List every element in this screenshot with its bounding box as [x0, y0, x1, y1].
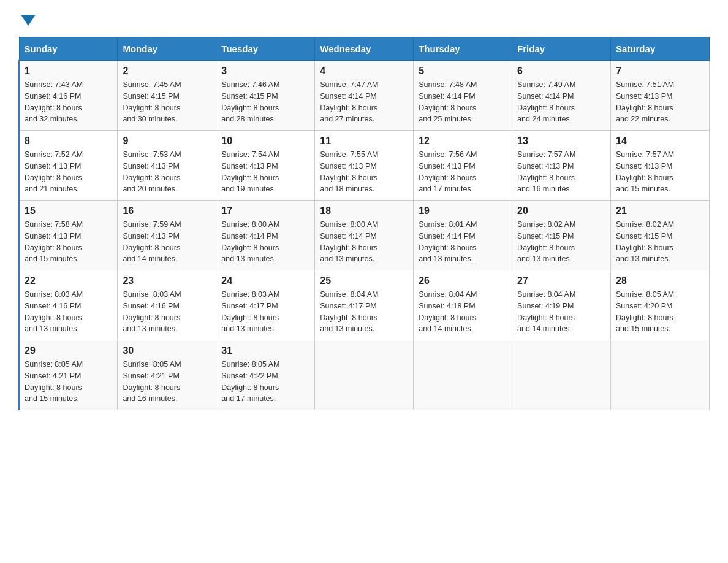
col-header-thursday: Thursday: [414, 37, 512, 61]
day-number: 30: [123, 345, 211, 356]
day-number: 20: [517, 205, 605, 216]
col-header-sunday: Sunday: [19, 37, 118, 61]
day-number: 11: [320, 136, 408, 147]
col-header-friday: Friday: [512, 37, 611, 61]
day-info: Sunrise: 7:52 AMSunset: 4:13 PMDaylight:…: [25, 150, 83, 193]
day-info: Sunrise: 8:01 AMSunset: 4:14 PMDaylight:…: [419, 220, 477, 263]
day-number: 13: [517, 136, 605, 147]
day-number: 2: [123, 66, 211, 77]
calendar-cell: 9 Sunrise: 7:53 AMSunset: 4:13 PMDayligh…: [118, 131, 216, 201]
day-info: Sunrise: 8:02 AMSunset: 4:15 PMDaylight:…: [517, 220, 575, 263]
calendar-cell: 30 Sunrise: 8:05 AMSunset: 4:21 PMDaylig…: [118, 340, 216, 410]
calendar-cell: 25 Sunrise: 8:04 AMSunset: 4:17 PMDaylig…: [315, 270, 414, 340]
day-info: Sunrise: 8:00 AMSunset: 4:14 PMDaylight:…: [320, 220, 378, 263]
calendar-week-row: 15 Sunrise: 7:58 AMSunset: 4:13 PMDaylig…: [19, 201, 710, 270]
calendar-cell: [512, 340, 611, 410]
calendar-week-row: 22 Sunrise: 8:03 AMSunset: 4:16 PMDaylig…: [19, 270, 710, 340]
page-header: [18, 12, 710, 25]
day-info: Sunrise: 8:03 AMSunset: 4:17 PMDaylight:…: [221, 290, 279, 333]
day-info: Sunrise: 8:04 AMSunset: 4:19 PMDaylight:…: [517, 290, 575, 333]
day-number: 12: [419, 136, 507, 147]
day-info: Sunrise: 7:53 AMSunset: 4:13 PMDaylight:…: [123, 150, 181, 193]
day-info: Sunrise: 8:05 AMSunset: 4:21 PMDaylight:…: [123, 360, 181, 403]
day-number: 22: [25, 275, 112, 286]
calendar-cell: [315, 340, 414, 410]
day-info: Sunrise: 7:46 AMSunset: 4:15 PMDaylight:…: [221, 80, 279, 123]
calendar-cell: 6 Sunrise: 7:49 AMSunset: 4:14 PMDayligh…: [512, 61, 611, 131]
day-info: Sunrise: 8:00 AMSunset: 4:14 PMDaylight:…: [221, 220, 279, 263]
day-number: 29: [25, 345, 112, 356]
day-info: Sunrise: 7:48 AMSunset: 4:14 PMDaylight:…: [419, 80, 477, 123]
calendar-cell: 19 Sunrise: 8:01 AMSunset: 4:14 PMDaylig…: [414, 201, 512, 270]
day-number: 14: [616, 136, 704, 147]
day-number: 4: [320, 66, 408, 77]
day-info: Sunrise: 7:55 AMSunset: 4:13 PMDaylight:…: [320, 150, 378, 193]
calendar-cell: 27 Sunrise: 8:04 AMSunset: 4:19 PMDaylig…: [512, 270, 611, 340]
day-number: 26: [419, 275, 507, 286]
calendar-cell: 28 Sunrise: 8:05 AMSunset: 4:20 PMDaylig…: [611, 270, 710, 340]
day-number: 21: [616, 205, 704, 216]
calendar-cell: 3 Sunrise: 7:46 AMSunset: 4:15 PMDayligh…: [216, 61, 315, 131]
day-number: 5: [419, 66, 507, 77]
calendar-cell: 29 Sunrise: 8:05 AMSunset: 4:21 PMDaylig…: [19, 340, 118, 410]
day-info: Sunrise: 8:05 AMSunset: 4:20 PMDaylight:…: [616, 290, 674, 333]
col-header-saturday: Saturday: [611, 37, 710, 61]
day-info: Sunrise: 8:04 AMSunset: 4:18 PMDaylight:…: [419, 290, 477, 333]
day-number: 28: [616, 275, 704, 286]
logo-triangle-icon: [21, 15, 36, 26]
day-number: 9: [123, 136, 211, 147]
day-info: Sunrise: 8:05 AMSunset: 4:22 PMDaylight:…: [221, 360, 279, 403]
calendar-cell: 4 Sunrise: 7:47 AMSunset: 4:14 PMDayligh…: [315, 61, 414, 131]
day-info: Sunrise: 7:43 AMSunset: 4:16 PMDaylight:…: [25, 80, 83, 123]
calendar-cell: 18 Sunrise: 8:00 AMSunset: 4:14 PMDaylig…: [315, 201, 414, 270]
day-info: Sunrise: 8:03 AMSunset: 4:16 PMDaylight:…: [25, 290, 83, 333]
day-number: 24: [221, 275, 309, 286]
calendar-week-row: 1 Sunrise: 7:43 AMSunset: 4:16 PMDayligh…: [19, 61, 710, 131]
day-number: 1: [25, 66, 112, 77]
calendar-cell: 23 Sunrise: 8:03 AMSunset: 4:16 PMDaylig…: [118, 270, 216, 340]
day-number: 27: [517, 275, 605, 286]
day-info: Sunrise: 7:45 AMSunset: 4:15 PMDaylight:…: [123, 80, 181, 123]
col-header-tuesday: Tuesday: [216, 37, 315, 61]
day-info: Sunrise: 8:04 AMSunset: 4:17 PMDaylight:…: [320, 290, 378, 333]
day-info: Sunrise: 7:59 AMSunset: 4:13 PMDaylight:…: [123, 220, 181, 263]
day-info: Sunrise: 7:57 AMSunset: 4:13 PMDaylight:…: [517, 150, 575, 193]
day-info: Sunrise: 7:54 AMSunset: 4:13 PMDaylight:…: [221, 150, 279, 193]
calendar-cell: 26 Sunrise: 8:04 AMSunset: 4:18 PMDaylig…: [414, 270, 512, 340]
day-info: Sunrise: 7:58 AMSunset: 4:13 PMDaylight:…: [25, 220, 83, 263]
calendar-cell: [611, 340, 710, 410]
day-number: 17: [221, 205, 309, 216]
day-number: 25: [320, 275, 408, 286]
calendar-cell: 12 Sunrise: 7:56 AMSunset: 4:13 PMDaylig…: [414, 131, 512, 201]
day-info: Sunrise: 7:57 AMSunset: 4:13 PMDaylight:…: [616, 150, 674, 193]
day-info: Sunrise: 8:02 AMSunset: 4:15 PMDaylight:…: [616, 220, 674, 263]
calendar-cell: 2 Sunrise: 7:45 AMSunset: 4:15 PMDayligh…: [118, 61, 216, 131]
calendar-cell: 16 Sunrise: 7:59 AMSunset: 4:13 PMDaylig…: [118, 201, 216, 270]
day-info: Sunrise: 7:47 AMSunset: 4:14 PMDaylight:…: [320, 80, 378, 123]
calendar-table: SundayMondayTuesdayWednesdayThursdayFrid…: [18, 37, 710, 410]
day-number: 7: [616, 66, 704, 77]
calendar-cell: 13 Sunrise: 7:57 AMSunset: 4:13 PMDaylig…: [512, 131, 611, 201]
day-number: 15: [25, 205, 112, 216]
day-number: 8: [25, 136, 112, 147]
calendar-cell: 20 Sunrise: 8:02 AMSunset: 4:15 PMDaylig…: [512, 201, 611, 270]
col-header-monday: Monday: [118, 37, 216, 61]
calendar-week-row: 8 Sunrise: 7:52 AMSunset: 4:13 PMDayligh…: [19, 131, 710, 201]
calendar-cell: 7 Sunrise: 7:51 AMSunset: 4:13 PMDayligh…: [611, 61, 710, 131]
day-number: 10: [221, 136, 309, 147]
day-info: Sunrise: 7:56 AMSunset: 4:13 PMDaylight:…: [419, 150, 477, 193]
day-number: 31: [221, 345, 309, 356]
day-number: 3: [221, 66, 309, 77]
day-info: Sunrise: 8:03 AMSunset: 4:16 PMDaylight:…: [123, 290, 181, 333]
calendar-cell: 8 Sunrise: 7:52 AMSunset: 4:13 PMDayligh…: [19, 131, 118, 201]
calendar-header-row: SundayMondayTuesdayWednesdayThursdayFrid…: [19, 37, 710, 61]
calendar-cell: 24 Sunrise: 8:03 AMSunset: 4:17 PMDaylig…: [216, 270, 315, 340]
col-header-wednesday: Wednesday: [315, 37, 414, 61]
calendar-cell: 11 Sunrise: 7:55 AMSunset: 4:13 PMDaylig…: [315, 131, 414, 201]
logo: [18, 12, 36, 25]
calendar-cell: 17 Sunrise: 8:00 AMSunset: 4:14 PMDaylig…: [216, 201, 315, 270]
calendar-cell: 5 Sunrise: 7:48 AMSunset: 4:14 PMDayligh…: [414, 61, 512, 131]
calendar-cell: 1 Sunrise: 7:43 AMSunset: 4:16 PMDayligh…: [19, 61, 118, 131]
day-number: 18: [320, 205, 408, 216]
calendar-cell: 14 Sunrise: 7:57 AMSunset: 4:13 PMDaylig…: [611, 131, 710, 201]
